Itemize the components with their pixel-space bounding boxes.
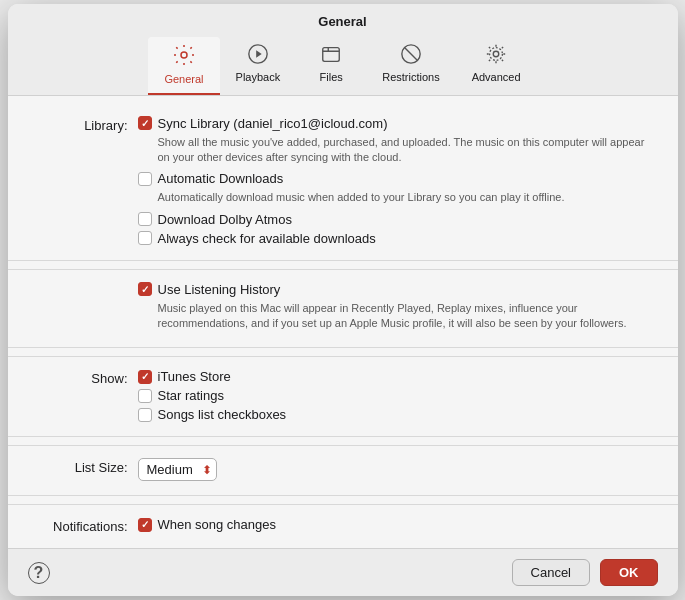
files-icon [320, 43, 342, 69]
svg-point-7 [490, 47, 503, 60]
svg-rect-3 [323, 47, 340, 61]
help-button[interactable]: ? [28, 562, 50, 584]
auto-downloads-row: Automatic Downloads [138, 171, 648, 186]
tab-playback[interactable]: Playback [220, 37, 297, 95]
star-ratings-row: Star ratings [138, 388, 648, 403]
divider-2 [8, 356, 678, 357]
divider-3 [8, 445, 678, 446]
always-check-checkbox[interactable] [138, 231, 152, 245]
dolby-atmos-label: Download Dolby Atmos [158, 212, 292, 227]
title-bar: General General [8, 4, 678, 96]
library-label: Library: [38, 116, 138, 133]
playback-icon [247, 43, 269, 69]
listening-row: Use Listening History Music played on th… [38, 282, 648, 338]
listening-label-spacer [38, 282, 138, 284]
tab-general[interactable]: General [148, 37, 219, 95]
auto-downloads-label: Automatic Downloads [158, 171, 284, 186]
songs-list-checkbox[interactable] [138, 408, 152, 422]
help-icon: ? [34, 564, 44, 582]
auto-downloads-checkbox[interactable] [138, 172, 152, 186]
library-section: Library: Sync Library (daniel_rico1@iclo… [8, 112, 678, 261]
auto-downloads-desc: Automatically download music when added … [158, 190, 648, 205]
ok-button[interactable]: OK [600, 559, 658, 586]
svg-point-0 [181, 52, 187, 58]
star-ratings-checkbox[interactable] [138, 389, 152, 403]
show-section: Show: iTunes Store Star ratings Songs li… [8, 365, 678, 437]
divider-4 [8, 504, 678, 505]
itunes-store-checkbox[interactable] [138, 370, 152, 384]
svg-point-6 [493, 51, 499, 57]
general-icon [172, 43, 196, 71]
svg-marker-2 [256, 50, 262, 57]
cancel-button[interactable]: Cancel [512, 559, 590, 586]
show-content: iTunes Store Star ratings Songs list che… [138, 369, 648, 426]
always-check-row: Always check for available downloads [138, 231, 648, 246]
tab-advanced-label: Advanced [472, 71, 521, 83]
when-song-row: When song changes [138, 517, 648, 532]
show-row: Show: iTunes Store Star ratings Songs li… [38, 369, 648, 426]
tab-restrictions[interactable]: Restrictions [366, 37, 455, 95]
use-listening-label: Use Listening History [158, 282, 281, 297]
tab-files-label: Files [320, 71, 343, 83]
when-song-label: When song changes [158, 517, 277, 532]
list-size-select-row: Small Medium Large ⬍ [138, 458, 648, 481]
window-title: General [8, 14, 678, 29]
list-size-row: List Size: Small Medium Large ⬍ [38, 458, 648, 485]
restrictions-icon [400, 43, 422, 69]
footer-buttons: Cancel OK [512, 559, 658, 586]
sync-library-desc: Show all the music you've added, purchas… [158, 135, 648, 166]
tab-general-label: General [164, 73, 203, 85]
itunes-store-label: iTunes Store [158, 369, 231, 384]
library-row: Library: Sync Library (daniel_rico1@iclo… [38, 116, 648, 250]
list-size-select[interactable]: Small Medium Large [138, 458, 217, 481]
use-listening-desc: Music played on this Mac will appear in … [158, 301, 648, 332]
tab-advanced[interactable]: Advanced [456, 37, 537, 95]
use-listening-checkbox[interactable] [138, 282, 152, 296]
sync-library-label: Sync Library (daniel_rico1@icloud.com) [158, 116, 388, 131]
notifications-row: Notifications: When song changes [38, 517, 648, 536]
when-song-checkbox[interactable] [138, 518, 152, 532]
library-content: Sync Library (daniel_rico1@icloud.com) S… [138, 116, 648, 250]
list-size-label: List Size: [38, 458, 138, 475]
notifications-content: When song changes [138, 517, 648, 536]
footer: ? Cancel OK [8, 548, 678, 596]
show-label: Show: [38, 369, 138, 386]
preferences-window: General General [8, 4, 678, 597]
notifications-section: Notifications: When song changes [8, 513, 678, 546]
listening-content: Use Listening History Music played on th… [138, 282, 648, 338]
advanced-icon [485, 43, 507, 69]
tab-playback-label: Playback [236, 71, 281, 83]
dolby-atmos-checkbox[interactable] [138, 212, 152, 226]
songs-list-row: Songs list checkboxes [138, 407, 648, 422]
listening-history-section: Use Listening History Music played on th… [8, 278, 678, 349]
itunes-store-row: iTunes Store [138, 369, 648, 384]
notifications-label: Notifications: [38, 517, 138, 534]
sync-library-row: Sync Library (daniel_rico1@icloud.com) [138, 116, 648, 131]
tab-bar: General Playback [8, 37, 678, 95]
use-listening-row: Use Listening History [138, 282, 648, 297]
dolby-atmos-row: Download Dolby Atmos [138, 212, 648, 227]
list-size-section: List Size: Small Medium Large ⬍ [8, 454, 678, 496]
always-check-label: Always check for available downloads [158, 231, 376, 246]
tab-restrictions-label: Restrictions [382, 71, 439, 83]
list-size-select-wrapper: Small Medium Large ⬍ [138, 458, 217, 481]
divider-1 [8, 269, 678, 270]
list-size-content: Small Medium Large ⬍ [138, 458, 648, 485]
tab-files[interactable]: Files [296, 37, 366, 95]
svg-line-5 [404, 47, 417, 60]
star-ratings-label: Star ratings [158, 388, 224, 403]
songs-list-label: Songs list checkboxes [158, 407, 287, 422]
content-area: Library: Sync Library (daniel_rico1@iclo… [8, 96, 678, 549]
sync-library-checkbox[interactable] [138, 116, 152, 130]
